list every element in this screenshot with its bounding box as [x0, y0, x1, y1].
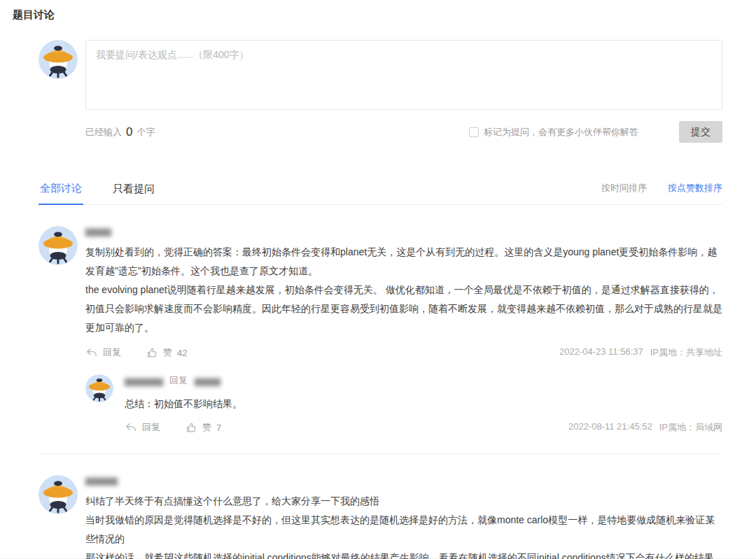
page-title: 题目讨论: [0, 0, 756, 22]
comment-ip-location: IP属地：共享地址: [650, 346, 722, 359]
turtle-hat-avatar-graphic: [38, 40, 78, 79]
tabs-row: 全部讨论 只看提问 按时间排序 按点赞数排序: [38, 178, 722, 205]
like-label: 赞: [202, 421, 211, 434]
comment-timestamp: 2022-04-23 11:56:37: [559, 346, 643, 359]
mark-as-question-label: 标记为提问，会有更多小伙伴帮你解答: [484, 126, 638, 139]
commenter-avatar: [38, 226, 78, 265]
reply-text: 总结：初始值不影响结果。: [125, 395, 722, 412]
like-count: 42: [177, 348, 187, 358]
submit-button[interactable]: 提交: [679, 121, 722, 143]
mark-as-question-checkbox[interactable]: [469, 127, 479, 137]
current-user-avatar: [38, 40, 78, 79]
reply-to-label: 回复: [169, 374, 188, 387]
thumbs-up-icon: [185, 421, 197, 434]
turtle-hat-avatar-graphic: [85, 374, 113, 402]
sort-by-likes[interactable]: 按点赞数排序: [668, 182, 722, 194]
reply-target-username: ▆▆▆▆: [195, 376, 220, 386]
reply-timestamp: 2022-08-11 21:45:52: [568, 421, 652, 434]
like-label: 赞: [163, 346, 172, 359]
reply-label: 回复: [103, 346, 121, 359]
comment-divider: [38, 453, 722, 454]
sort-by-time[interactable]: 按时间排序: [601, 182, 647, 194]
like-button[interactable]: 赞 42: [146, 346, 187, 359]
replier-username: ▆▆▆▆▆▆: [125, 376, 162, 386]
reply-button[interactable]: 回复: [125, 421, 160, 434]
tab-all-discussions[interactable]: 全部讨论: [38, 178, 83, 205]
like-button[interactable]: 赞 7: [185, 421, 221, 434]
reply-label: 回复: [142, 421, 160, 434]
commenter-username: ▆▆▆▆▆: [85, 475, 722, 486]
reply-arrow-icon: [125, 421, 137, 434]
turtle-hat-avatar-graphic: [38, 475, 78, 514]
commenter-avatar: [38, 475, 78, 514]
char-counter: 已经输入 0 个字: [85, 125, 155, 139]
comment-item: ▆▆▆▆ 复制别处看到的，觉得正确的答案：最终初始条件会变得和planet无关，…: [38, 226, 722, 434]
comment-input[interactable]: [85, 40, 722, 110]
thumbs-up-icon: [146, 346, 158, 359]
reply-item: ▆▆▆▆▆▆ 回复 ▆▆▆▆ 总结：初始值不影响结果。 回复: [85, 374, 722, 434]
reply-ip-location: IP属地：局域网: [659, 421, 722, 434]
commenter-username: ▆▆▆▆: [85, 226, 722, 236]
comment-text: 纠结了半天终于有点搞懂这个什么意思了，给大家分享一下我的感悟 当时我做错的原因是…: [85, 492, 722, 559]
comment-meta: 2022-04-23 11:56:37 IP属地：共享地址: [559, 346, 722, 359]
reply-arrow-icon: [85, 346, 98, 359]
like-count: 7: [216, 423, 221, 433]
mark-as-question[interactable]: 标记为提问，会有更多小伙伴帮你解答: [469, 126, 638, 139]
char-counter-prefix: 已经输入: [85, 126, 122, 139]
reply-button[interactable]: 回复: [85, 346, 121, 359]
replier-avatar: [85, 374, 113, 402]
turtle-hat-avatar-graphic: [38, 226, 78, 265]
char-count-value: 0: [126, 125, 132, 139]
comment-item: ▆▆▆▆▆ 纠结了半天终于有点搞懂这个什么意思了，给大家分享一下我的感悟 当时我…: [38, 475, 722, 559]
reply-meta: 2022-08-11 21:45:52 IP属地：局域网: [568, 421, 722, 434]
discussion-page: 题目讨论 已经输入 0 个字: [0, 0, 756, 559]
comment-text: 复制别处看到的，觉得正确的答案：最终初始条件会变得和planet无关，这是个从有…: [85, 243, 722, 337]
comment-composer: 已经输入 0 个字 标记为提问，会有更多小伙伴帮你解答 提交: [38, 40, 722, 143]
char-counter-suffix: 个字: [136, 126, 155, 139]
tab-questions-only[interactable]: 只看提问: [111, 178, 156, 204]
sort-options: 按时间排序 按点赞数排序: [601, 182, 722, 204]
